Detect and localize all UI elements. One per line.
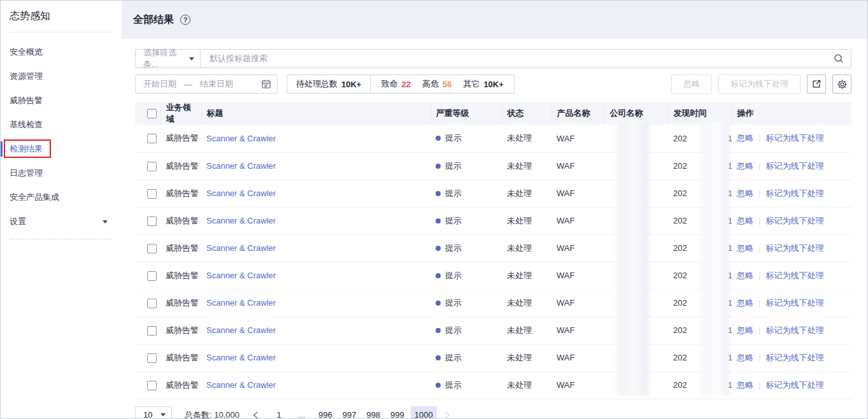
settings-button[interactable]: [832, 75, 851, 94]
row-checkbox[interactable]: [147, 381, 157, 390]
row-mark-offline-link[interactable]: 标记为线下处理: [765, 325, 823, 335]
result-title-link[interactable]: Scanner & Crawler: [206, 353, 276, 362]
result-title-link[interactable]: Scanner & Crawler: [206, 298, 276, 308]
cell-severity: 提示: [430, 289, 502, 316]
export-button[interactable]: [807, 75, 826, 94]
row-mark-offline-link[interactable]: 标记为线下处理: [765, 133, 823, 143]
cell-operations: 忽略|标记为线下处理: [732, 180, 851, 207]
sidebar-item-security-overview[interactable]: 安全概览: [1, 40, 122, 64]
previous-page-icon[interactable]: [253, 411, 260, 418]
col-status: 状态: [502, 102, 551, 125]
filter-row: 开始日期 — 结束日期 待处理总数 10K+ 致命: [135, 75, 851, 94]
sidebar-item-baseline-check[interactable]: 基线检查: [1, 113, 122, 137]
result-title-link[interactable]: Scanner & Crawler: [206, 380, 276, 390]
row-mark-offline-link[interactable]: 标记为线下处理: [765, 271, 823, 280]
row-ignore-link[interactable]: 忽略: [737, 325, 753, 335]
page-number-997[interactable]: 997: [339, 406, 360, 419]
search-input[interactable]: 默认按标题搜索: [201, 50, 851, 67]
gear-icon: [837, 79, 848, 90]
sidebar-dashed-divider: [10, 239, 113, 239]
mark-offline-button[interactable]: 标记为线下处理: [718, 75, 800, 94]
row-checkbox[interactable]: [147, 189, 157, 199]
page-number-998[interactable]: 998: [362, 406, 384, 419]
row-checkbox[interactable]: [147, 271, 157, 281]
date-start-placeholder: 开始日期: [143, 78, 176, 90]
cell-product: WAF: [551, 344, 604, 371]
row-ignore-link[interactable]: 忽略: [737, 188, 753, 198]
search-bar: 选择筛选条... 默认按标题搜索: [135, 49, 851, 68]
row-checkbox[interactable]: [147, 134, 157, 143]
row-checkbox[interactable]: [147, 244, 157, 253]
row-ignore-link[interactable]: 忽略: [737, 161, 753, 171]
row-mark-offline-link[interactable]: 标记为线下处理: [765, 161, 823, 171]
cell-severity: 提示: [430, 262, 502, 289]
cell-company-redacted: [604, 180, 668, 207]
table-row: 威胁告警 Scanner & Crawler 提示 未处理 WAF 2021..…: [135, 207, 851, 234]
date-range-picker[interactable]: 开始日期 — 结束日期: [135, 75, 278, 94]
row-mark-offline-link[interactable]: 标记为线下处理: [765, 188, 823, 198]
row-checkbox[interactable]: [147, 217, 157, 226]
cell-domain: 威胁告警: [160, 316, 201, 344]
sidebar-item-settings[interactable]: 设置: [1, 210, 122, 234]
sidebar-item-security-product-integration[interactable]: 安全产品集成: [1, 185, 122, 210]
cell-severity: 提示: [430, 371, 502, 399]
row-mark-offline-link[interactable]: 标记为线下处理: [765, 243, 823, 253]
cell-operations: 忽略|标记为线下处理: [732, 125, 851, 152]
result-title-link[interactable]: Scanner & Crawler: [206, 271, 276, 280]
ignore-button[interactable]: 忽略: [671, 75, 712, 94]
sidebar-title: 态势感知: [1, 7, 122, 32]
table-row: 威胁告警 Scanner & Crawler 提示 未处理 WAF 2021..…: [135, 262, 851, 289]
chevron-down-icon: [160, 413, 166, 416]
row-ignore-link[interactable]: 忽略: [737, 216, 753, 225]
stat-high-value: 56: [443, 80, 452, 89]
cell-company-redacted: [604, 344, 668, 371]
row-checkbox[interactable]: [147, 162, 157, 171]
result-title-link[interactable]: Scanner & Crawler: [206, 325, 276, 335]
page-number-996[interactable]: 996: [315, 406, 336, 419]
stat-pending-value: 10K+: [341, 80, 361, 89]
row-mark-offline-link[interactable]: 标记为线下处理: [765, 298, 823, 308]
cell-found-time: 2021...: [668, 371, 732, 399]
result-title-link[interactable]: Scanner & Crawler: [206, 161, 276, 171]
row-ignore-link[interactable]: 忽略: [737, 353, 753, 362]
row-ignore-link[interactable]: 忽略: [737, 243, 753, 253]
search-icon[interactable]: [833, 53, 844, 64]
page-title: 全部结果: [133, 13, 174, 27]
cell-status: 未处理: [502, 371, 551, 399]
row-checkbox[interactable]: [147, 353, 157, 363]
result-title-link[interactable]: Scanner & Crawler: [206, 243, 276, 253]
page-number-1[interactable]: 1: [269, 406, 289, 419]
next-page-icon[interactable]: [442, 411, 449, 418]
filter-criteria-select[interactable]: 选择筛选条...: [136, 50, 201, 67]
help-icon[interactable]: ?: [180, 15, 190, 25]
row-ignore-link[interactable]: 忽略: [737, 298, 753, 308]
cell-domain: 威胁告警: [160, 207, 201, 234]
row-ignore-link[interactable]: 忽略: [737, 380, 753, 390]
row-mark-offline-link[interactable]: 标记为线下处理: [765, 353, 823, 362]
sidebar-item-threat-alarms[interactable]: 威胁告警: [1, 89, 122, 113]
cell-operations: 忽略|标记为线下处理: [732, 344, 851, 371]
row-checkbox[interactable]: [147, 299, 157, 308]
row-checkbox[interactable]: [147, 326, 157, 336]
select-all-checkbox[interactable]: [147, 109, 157, 118]
sidebar-item-resource-management[interactable]: 资源管理: [1, 64, 122, 89]
page-number-1000[interactable]: 1000: [411, 406, 437, 419]
result-title-link[interactable]: Scanner & Crawler: [206, 216, 276, 225]
page-size-select[interactable]: 10: [135, 406, 172, 419]
page-number-999[interactable]: 999: [387, 406, 408, 419]
sidebar-item-detection-results[interactable]: 检测结果: [1, 137, 122, 161]
row-mark-offline-link[interactable]: 标记为线下处理: [765, 216, 823, 225]
row-mark-offline-link[interactable]: 标记为线下处理: [765, 380, 823, 390]
cell-product: WAF: [551, 180, 604, 207]
row-ignore-link[interactable]: 忽略: [737, 271, 753, 280]
result-title-link[interactable]: Scanner & Crawler: [206, 188, 276, 198]
cell-severity: 提示: [430, 180, 502, 207]
calendar-icon[interactable]: [261, 79, 271, 89]
cell-domain: 威胁告警: [160, 234, 201, 262]
cell-status: 未处理: [502, 344, 551, 371]
result-title-link[interactable]: Scanner & Crawler: [206, 134, 276, 143]
stats-summary: 待处理总数 10K+ 致命 22 高危 56 其它: [287, 75, 515, 94]
sidebar-item-log-management[interactable]: 日志管理: [1, 161, 122, 185]
row-ignore-link[interactable]: 忽略: [737, 133, 753, 143]
severity-dot-icon: [436, 164, 441, 169]
